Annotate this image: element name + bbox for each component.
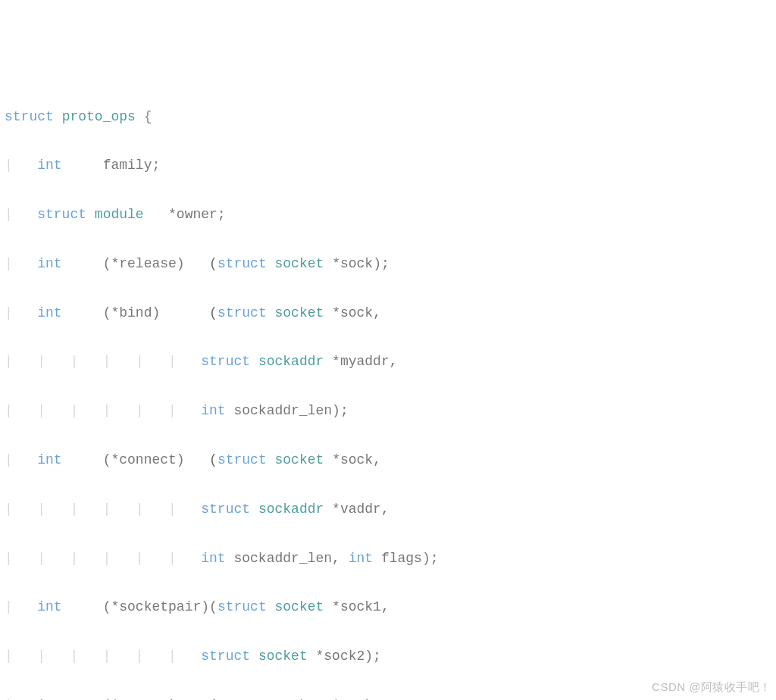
- code-line: | | | | | | struct sockaddr *vaddr,: [5, 497, 771, 521]
- code-line: | struct module *owner;: [5, 202, 771, 227]
- keyword: struct: [201, 354, 250, 369]
- code-line: | int (*socketpair)(struct socket *sock1…: [5, 595, 771, 619]
- identifier: *myaddr,: [324, 354, 397, 369]
- identifier: *sock2);: [308, 648, 381, 664]
- identifier: flags);: [373, 551, 438, 566]
- keyword: int: [37, 599, 61, 614]
- code-line: | int (*release) (struct socket *sock);: [5, 252, 771, 276]
- keyword: struct: [217, 452, 267, 467]
- identifier: *sock,: [324, 305, 381, 320]
- identifier: *sock,: [324, 452, 381, 467]
- code-line: struct proto_ops {: [5, 105, 771, 129]
- type: sockaddr: [258, 354, 324, 369]
- keyword: struct: [201, 502, 250, 517]
- identifier: sockaddr_len);: [226, 403, 349, 418]
- code-line: | int (*connect) (struct socket *sock,: [5, 448, 771, 472]
- csdn-watermark: CSDN @阿猿收手吧！: [652, 677, 771, 697]
- type: socket: [275, 452, 324, 467]
- keyword: int: [37, 158, 61, 173]
- keyword: struct: [217, 305, 267, 320]
- keyword: int: [349, 551, 373, 566]
- type: module: [95, 207, 144, 222]
- keyword: int: [37, 305, 61, 320]
- type: proto_ops: [62, 109, 136, 124]
- code-line: | | | | | | int sockaddr_len);: [5, 398, 771, 423]
- keyword: int: [37, 256, 61, 271]
- keyword: struct: [201, 648, 250, 664]
- keyword: struct: [217, 599, 267, 614]
- keyword: int: [201, 551, 225, 566]
- type: socket: [275, 256, 324, 271]
- keyword: struct: [217, 256, 267, 271]
- identifier: family;: [103, 158, 161, 173]
- punct: {: [136, 109, 152, 124]
- type: socket: [258, 648, 308, 664]
- fn-name: (*connect): [103, 452, 185, 467]
- keyword: int: [37, 452, 61, 467]
- identifier: *owner;: [144, 207, 226, 222]
- keyword: struct: [37, 207, 86, 222]
- identifier: sockaddr_len,: [226, 551, 349, 566]
- code-line: | int family;: [5, 153, 771, 177]
- identifier: *sock);: [324, 256, 389, 271]
- type: socket: [275, 599, 324, 614]
- fn-name: (*socketpair)(: [103, 599, 217, 614]
- type: socket: [275, 305, 324, 320]
- code-line: | | | | | | int sockaddr_len, int flags)…: [5, 546, 771, 570]
- identifier: *sock1,: [324, 599, 389, 614]
- keyword: int: [201, 403, 225, 418]
- type: sockaddr: [258, 502, 324, 517]
- code-line: | int (*bind) (struct socket *sock,: [5, 301, 771, 325]
- identifier: *vaddr,: [324, 502, 389, 517]
- fn-name: (*bind): [103, 305, 161, 320]
- code-line: | | | | | | struct sockaddr *myaddr,: [5, 349, 771, 373]
- fn-name: (*release): [103, 256, 185, 271]
- code-line: | | | | | | struct socket *sock2);: [5, 644, 771, 668]
- keyword: struct: [5, 109, 54, 124]
